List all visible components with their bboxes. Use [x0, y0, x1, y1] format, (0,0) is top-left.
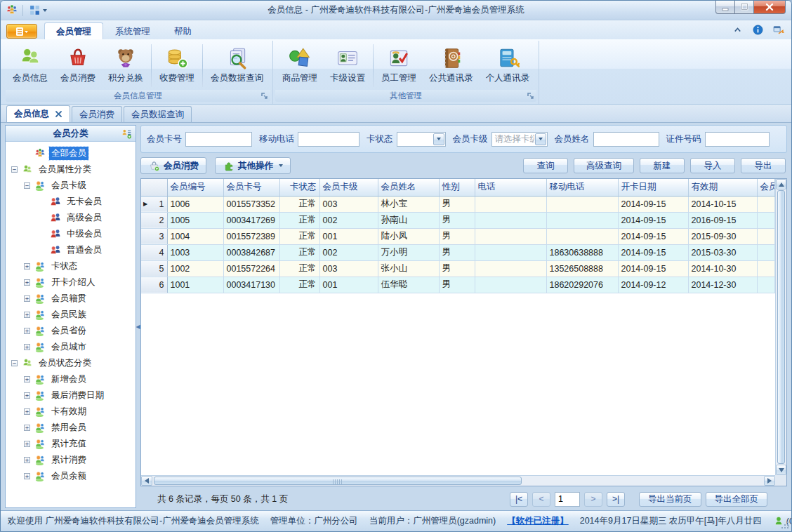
grid-cell[interactable]: 2014-09-15 [618, 260, 688, 277]
export-all-pages-button[interactable]: 导出全部页 [706, 492, 768, 507]
doc-tab-1[interactable]: 会员消费 [72, 106, 122, 122]
grid-cell[interactable]: 1005 [167, 212, 223, 228]
tree-expander-icon[interactable]: + [24, 457, 30, 463]
table-row[interactable]: 610010003417130正常001伍华聪男186202920762014-… [141, 277, 774, 293]
grid-cell[interactable] [475, 260, 546, 277]
grid-cell[interactable]: 2016-09-15 [688, 212, 757, 228]
grid-cell[interactable]: 2014-10-15 [688, 196, 757, 212]
column-header-5[interactable]: 性别 [439, 179, 475, 196]
grid-cell[interactable]: 2014-10-30 [688, 260, 757, 277]
tree-expander-icon[interactable]: − [11, 360, 18, 366]
tree-item-14[interactable]: +新增会员 [6, 371, 136, 387]
row-header-cell[interactable]: 5 [141, 260, 167, 277]
grid-cell[interactable]: 2014-09-15 [618, 244, 688, 260]
tree-item-1[interactable]: −会员属性分类 [6, 161, 136, 178]
application-menu-button[interactable] [6, 24, 37, 39]
grid-cell[interactable]: 2015-09-30 [688, 228, 757, 244]
tree-item-7[interactable]: +卡状态 [6, 258, 136, 274]
grid-cell[interactable] [475, 277, 546, 293]
grid-cell[interactable]: 0003842687 [223, 244, 279, 260]
grid-cell[interactable]: 正常 [279, 228, 319, 244]
tree-expander-icon[interactable]: + [24, 263, 30, 270]
new-button[interactable]: 新建 [640, 158, 685, 173]
grid-cell[interactable] [546, 212, 618, 228]
chevron-down-icon[interactable] [535, 133, 546, 145]
tree-expander-icon[interactable]: + [24, 392, 30, 399]
column-header-8[interactable]: 开卡日期 [618, 179, 688, 196]
tree-expander-icon[interactable]: − [11, 166, 18, 173]
tree-item-11[interactable]: +会员省份 [6, 323, 136, 339]
grid-cell[interactable] [475, 212, 546, 228]
card-status-select[interactable] [397, 132, 446, 147]
tree-expander-icon[interactable]: + [24, 408, 30, 415]
grid-cell[interactable]: 1006 [167, 196, 223, 212]
close-button[interactable] [754, 1, 786, 14]
grid-cell[interactable] [546, 196, 618, 212]
menu-tab-system-mgmt[interactable]: 系统管理 [103, 22, 162, 39]
tree-item-13[interactable]: −会员状态分类 [6, 355, 136, 371]
grid-cell[interactable] [757, 196, 774, 212]
id-number-input[interactable] [705, 132, 770, 147]
grid-cell[interactable]: 0015572389 [223, 228, 279, 244]
tree-expander-icon[interactable]: + [24, 441, 30, 447]
tree-item-10[interactable]: +会员民族 [6, 307, 136, 323]
first-page-button[interactable]: |< [510, 492, 528, 507]
table-row[interactable]: 410030003842687正常002万小明男186306388882014-… [141, 244, 774, 260]
tree-expander-icon[interactable]: + [24, 376, 30, 383]
grid-cell[interactable] [475, 228, 546, 244]
tree-item-15[interactable]: +最后消费日期 [6, 387, 136, 404]
tree-item-5[interactable]: 中级会员 [6, 226, 136, 242]
grid-cell[interactable]: 陆小凤 [378, 228, 439, 244]
tree-item-18[interactable]: +累计充值 [6, 436, 136, 452]
grid-cell[interactable] [757, 244, 774, 260]
vertical-scrollbar[interactable] [775, 179, 786, 475]
prev-page-button[interactable]: < [532, 492, 550, 507]
tree-item-19[interactable]: +累计消费 [6, 452, 136, 468]
chevron-down-icon[interactable] [433, 133, 444, 145]
grid-cell[interactable]: 正常 [279, 244, 319, 260]
scroll-right-arrow[interactable] [764, 476, 775, 486]
grid-cell[interactable]: 伍华聪 [378, 277, 439, 293]
grid-cell[interactable] [475, 196, 546, 212]
vertical-scroll-thumb[interactable] [777, 190, 785, 464]
card-level-button[interactable]: 卡级设置 [324, 42, 371, 89]
member-consume-button[interactable]: 会员消费 [140, 157, 206, 174]
grid-cell[interactable]: 万小明 [378, 244, 439, 260]
tree-expander-icon[interactable]: + [24, 344, 30, 350]
staff-button[interactable]: 员工管理 [375, 42, 423, 89]
grid-cell[interactable]: 正常 [279, 277, 319, 293]
grid-cell[interactable]: 2015-03-30 [688, 244, 757, 260]
grid-cell[interactable] [757, 277, 774, 293]
next-page-button[interactable]: > [584, 492, 602, 507]
tree-expander-icon[interactable]: + [24, 425, 30, 431]
column-header-4[interactable]: 会员姓名 [378, 179, 439, 196]
grid-cell[interactable]: 0015572264 [223, 260, 279, 277]
doc-tab-2[interactable]: 会员数据查询 [124, 106, 192, 122]
tree-expander-icon[interactable]: + [24, 473, 30, 479]
tree-expander-icon[interactable]: + [24, 328, 30, 334]
collapse-ribbon-icon[interactable] [732, 24, 744, 36]
grid-cell[interactable]: 男 [439, 277, 475, 293]
grid-cell[interactable]: 男 [439, 212, 475, 228]
query-button[interactable]: 查询 [523, 158, 568, 173]
grid-cell[interactable]: 002 [319, 212, 378, 228]
info-icon[interactable] [752, 24, 764, 36]
tree-item-3[interactable]: 无卡会员 [6, 194, 136, 210]
tree-item-0[interactable]: 全部会员 [6, 145, 136, 161]
column-header-2[interactable]: 卡状态 [279, 179, 319, 196]
import-button[interactable]: 导入 [690, 158, 735, 173]
dialog-launcher-icon[interactable] [526, 91, 535, 100]
table-row[interactable]: 510020015572264正常003张小山男135265088882014-… [141, 260, 774, 277]
other-operations-button[interactable]: 其他操作 [215, 157, 291, 174]
row-header-cell[interactable]: ▶1 [141, 196, 167, 212]
grid-cell[interactable]: 2014-09-15 [618, 212, 688, 228]
tree-item-9[interactable]: +会员籍贯 [6, 291, 136, 307]
grid-cell[interactable]: 男 [439, 244, 475, 260]
column-header-9[interactable]: 有效期 [688, 179, 757, 196]
column-header-10[interactable]: 会员 [757, 179, 774, 196]
tree-expander-icon[interactable]: + [24, 295, 30, 302]
grid-cell[interactable]: 0003417130 [223, 277, 279, 293]
member-card-no-input[interactable] [185, 132, 252, 147]
grid-cell[interactable]: 1004 [167, 228, 223, 244]
sidebar-collapse-arrow[interactable]: ◀ [136, 317, 140, 336]
